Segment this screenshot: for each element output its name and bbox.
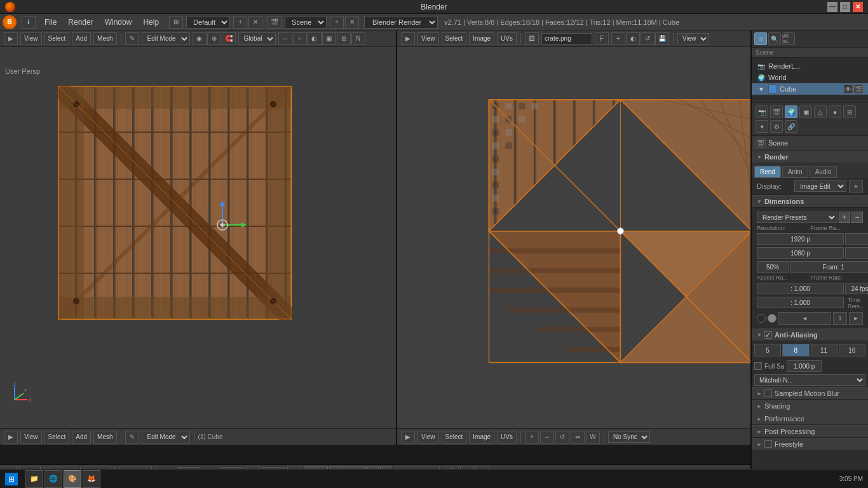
outliner-view-btn[interactable]: ⊞ [754, 32, 767, 45]
window-menu[interactable]: Window [100, 17, 137, 28]
3d-view-menu[interactable]: View [20, 431, 42, 444]
screen-layout-select[interactable]: Default [186, 16, 230, 29]
3d-view-type-icon[interactable]: ▶ [4, 431, 18, 444]
aa-checkbox[interactable]: ✓ [764, 331, 772, 339]
occlude-icon[interactable]: ◐ [308, 32, 322, 45]
motion-blur-header[interactable]: ► Sampled Motion Blur [752, 387, 868, 400]
uv-bottom-type[interactable]: ▶ [401, 431, 415, 444]
tab-rend[interactable]: Rend [754, 166, 781, 178]
uv-image-menu[interactable]: Image [469, 32, 494, 45]
screen-add-button[interactable]: + [233, 16, 247, 29]
texture-prop-icon[interactable]: ⊞ [843, 105, 856, 118]
tab-audio[interactable]: Audio [810, 166, 837, 178]
nav-num-btn[interactable]: 1 [833, 312, 847, 325]
pivot-icon[interactable]: ⊕ [207, 32, 221, 45]
uv-img-save[interactable]: 💾 [655, 32, 669, 45]
select-menu-btn[interactable]: Select [44, 32, 70, 45]
scene-select[interactable]: Scene [285, 16, 327, 29]
viewport-type-icon[interactable]: ▶ [4, 32, 18, 45]
filter-type-select[interactable]: Mitchell-N... [754, 374, 865, 386]
uv-view-menu[interactable]: View [417, 32, 439, 45]
dimensions-section-header[interactable]: ▼ Dimensions [752, 195, 868, 208]
search-view-btn[interactable]: 🔍 [768, 32, 781, 45]
screen-layout-icon[interactable]: ⊞ [169, 16, 183, 29]
obj-prop-icon[interactable]: ▣ [799, 105, 812, 118]
fps-select[interactable]: 24 fps [845, 283, 868, 294]
uv-sync-select[interactable]: No Sync [608, 431, 650, 443]
3d-mode-icon[interactable]: ✎ [125, 431, 139, 444]
uv-view-select[interactable]: View [677, 33, 709, 44]
shading-header[interactable]: ► Shading [752, 400, 868, 412]
aa-btn-11[interactable]: 11 [811, 344, 837, 356]
resolution-y-input[interactable] [757, 247, 844, 259]
display-select[interactable]: Image Edit [794, 180, 846, 192]
mesh-prop-icon[interactable]: △ [814, 105, 827, 118]
world-prop-icon[interactable]: 🌍 [785, 105, 797, 118]
pivot-select[interactable]: Global [238, 32, 276, 45]
filter-value-input[interactable] [787, 360, 822, 372]
3d-mesh-menu[interactable]: Mesh [93, 431, 116, 444]
nav-prev-btn[interactable]: ◄ [778, 312, 831, 325]
scene-prop-icon[interactable]: 🎬 [770, 105, 783, 118]
uv-mode-icon[interactable]: 🖼 [525, 32, 539, 45]
viewport-3d-canvas[interactable]: User Persp [0, 47, 396, 428]
render-section-header[interactable]: ▼ Render [752, 151, 868, 163]
xray-icon[interactable]: ⊞ [337, 32, 351, 45]
full-sample-checkbox[interactable] [754, 362, 762, 370]
presets-remove-btn[interactable]: − [851, 212, 863, 223]
uv-f-btn[interactable]: F [595, 32, 609, 45]
screen-remove-button[interactable]: ✕ [248, 16, 262, 29]
limit-icon[interactable]: ▣ [322, 32, 336, 45]
taskbar-icon-2[interactable]: 🌐 [44, 470, 62, 488]
scene-remove-button[interactable]: ✕ [345, 16, 359, 29]
frame-start-input[interactable] [845, 233, 868, 245]
normal-icon[interactable]: N [351, 32, 365, 45]
aspect-x-input[interactable] [757, 283, 844, 294]
constraint-prop-icon[interactable]: 🔗 [785, 120, 797, 133]
help-menu[interactable]: Help [138, 17, 164, 28]
scene-add-button[interactable]: + [330, 16, 344, 29]
3d-select-menu[interactable]: Select [44, 431, 70, 444]
aa-section-header[interactable]: ▼ ✓ Anti-Aliasing [752, 329, 868, 341]
close-button[interactable]: ✕ [853, 2, 863, 12]
info-button[interactable]: ℹ [22, 16, 36, 29]
material-prop-icon[interactable]: ● [829, 105, 841, 118]
circle-dark[interactable] [757, 314, 766, 323]
uv-bottom-select[interactable]: Select [442, 431, 467, 444]
uv-bottom-view[interactable]: View [417, 431, 439, 444]
nav-next-btn[interactable]: ► [849, 312, 863, 325]
taskbar-icon-4[interactable]: 🦊 [83, 470, 100, 488]
aa-btn-8[interactable]: 8 [782, 344, 809, 356]
render-menu[interactable]: Render [63, 17, 98, 28]
motion-blur-checkbox[interactable] [764, 390, 772, 397]
taskbar-icon-3[interactable]: 🎨 [64, 470, 81, 488]
uv-type-icon[interactable]: ▶ [401, 32, 415, 45]
uv-img-browse[interactable]: ◐ [626, 32, 640, 45]
snap-icon[interactable]: 🧲 [222, 32, 236, 45]
physics-prop-icon[interactable]: ⚙ [770, 120, 783, 133]
uv-bottom-image[interactable]: Image [469, 431, 494, 444]
aa-btn-16[interactable]: 16 [839, 344, 865, 356]
resolution-x-input[interactable] [757, 233, 844, 245]
maximize-button[interactable]: □ [840, 2, 850, 12]
presets-add-btn[interactable]: + [839, 212, 850, 223]
outliner-item-world[interactable]: 🌍 World [752, 72, 868, 83]
uv-bottom-uvs[interactable]: UVs [497, 431, 517, 444]
edit-mode-select[interactable]: Edit Mode [142, 32, 190, 45]
cube-visibility-icon[interactable]: 👁 [844, 85, 853, 93]
tab-anim[interactable]: Anim [782, 166, 808, 178]
uv-img-tools[interactable]: + [611, 32, 625, 45]
performance-header[interactable]: ► Performance [752, 412, 868, 425]
particle-prop-icon[interactable]: ✦ [756, 120, 768, 133]
taskbar-icon-1[interactable]: 📁 [25, 470, 43, 488]
uv-wrap[interactable]: W [586, 431, 600, 444]
start-btn[interactable]: ⊞ [5, 473, 18, 485]
proportional-icon[interactable]: ○ [293, 32, 307, 45]
post-processing-header[interactable]: ► Post Processing [752, 425, 868, 438]
view-menu-btn[interactable]: View [20, 32, 42, 45]
resolution-percent-input[interactable] [757, 261, 789, 273]
cube-render-icon[interactable]: 🎬 [854, 85, 863, 93]
file-menu[interactable]: File [39, 17, 62, 28]
3d-add-menu[interactable]: Add [72, 431, 91, 444]
add-menu-btn[interactable]: Add [72, 32, 91, 45]
